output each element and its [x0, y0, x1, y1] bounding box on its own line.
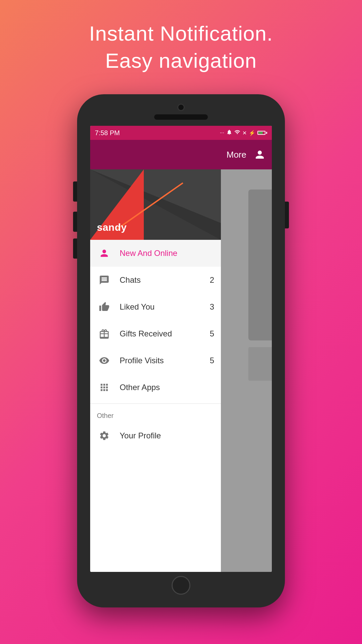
nav-label-your-profile: Your Profile [120, 431, 214, 440]
nav-badge-liked-you: 3 [210, 302, 214, 312]
nav-label-liked-you: Liked You [120, 302, 210, 312]
front-camera [177, 104, 185, 111]
bolt-icon: ⚡ [249, 130, 255, 136]
signal-x-icon: ✕ [242, 130, 247, 136]
headline-line1: Instant Notification. [89, 20, 273, 47]
status-bar: 7:58 PM ··· ✕ ⚡ [90, 126, 272, 140]
phone-screen: 7:58 PM ··· ✕ ⚡ [90, 126, 272, 572]
settings-icon [97, 428, 112, 443]
status-icons: ··· ✕ ⚡ [220, 129, 267, 137]
nav-item-gifts-received[interactable]: Gifts Received 5 [90, 320, 221, 347]
phone-shell: 7:58 PM ··· ✕ ⚡ [77, 94, 285, 607]
nav-label-new-and-online: New And Online [120, 249, 214, 258]
battery-icon [257, 131, 267, 135]
navigation-drawer: sandy New And Online [90, 169, 221, 572]
nav-label-other-apps: Other Apps [120, 383, 214, 392]
nav-item-liked-you[interactable]: Liked You 3 [90, 293, 221, 320]
nav-items-list: New And Online Chats 2 [90, 240, 221, 572]
nav-divider [90, 404, 221, 404]
grid-icon [97, 380, 112, 395]
earpiece-speaker [154, 114, 208, 120]
drawer-header: sandy [90, 169, 221, 240]
nav-label-profile-visits: Profile Visits [120, 356, 210, 365]
screen-content: sandy New And Online [90, 169, 272, 572]
thumbup-icon [97, 300, 112, 314]
app-toolbar: More [90, 140, 272, 169]
nav-item-your-profile[interactable]: Your Profile [90, 422, 221, 449]
notification-icon [226, 129, 232, 137]
phone-top [77, 94, 285, 120]
status-time: 7:58 PM [95, 129, 120, 137]
profile-avatar-button[interactable] [253, 148, 266, 161]
nav-item-profile-visits[interactable]: Profile Visits 5 [90, 347, 221, 374]
nav-item-new-and-online[interactable]: New And Online [90, 240, 221, 267]
nav-item-chats[interactable]: Chats 2 [90, 267, 221, 293]
more-label[interactable]: More [227, 150, 246, 160]
toolbar-right: More [227, 148, 266, 161]
nav-label-chats: Chats [120, 275, 210, 285]
headline-line2: Easy navigation [89, 47, 273, 74]
eye-icon [97, 353, 112, 368]
person-icon [97, 246, 112, 261]
drawer-username: sandy [97, 222, 127, 233]
gift-icon [97, 326, 112, 341]
nav-section-other: Other [90, 407, 221, 422]
nav-item-other-apps[interactable]: Other Apps [90, 374, 221, 401]
dots-icon: ··· [220, 130, 224, 136]
header-text: Instant Notification. Easy navigation [89, 20, 273, 74]
wifi-icon [234, 129, 240, 137]
nav-badge-profile-visits: 5 [210, 356, 214, 365]
drawer-scrim[interactable] [221, 169, 272, 572]
chat-icon [97, 273, 112, 287]
home-button[interactable] [172, 576, 190, 595]
nav-badge-chats: 2 [210, 275, 214, 285]
phone-bottom [77, 572, 285, 599]
nav-badge-gifts-received: 5 [210, 329, 214, 338]
nav-label-gifts-received: Gifts Received [120, 329, 210, 338]
